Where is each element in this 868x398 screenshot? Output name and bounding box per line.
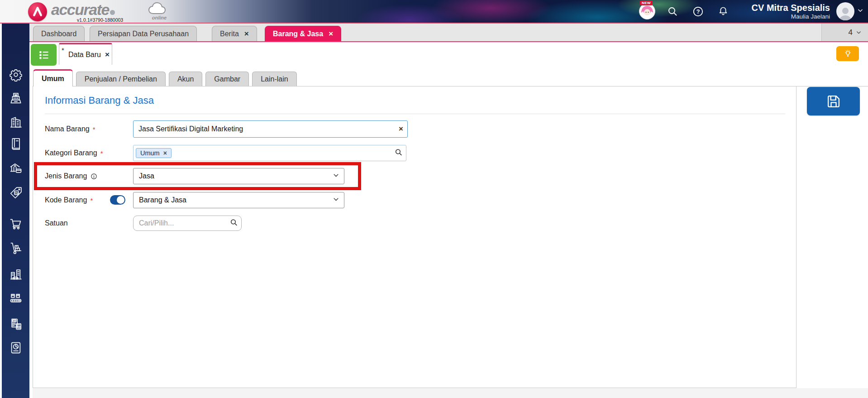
- jenis-barang-select[interactable]: Jasa: [133, 168, 344, 184]
- header-right-cluster: NEW ? CV Mitra Spe: [638, 0, 863, 23]
- chip-remove-icon[interactable]: ×: [163, 149, 167, 157]
- cash-register-icon[interactable]: [8, 91, 24, 106]
- kategori-chip: Umum ×: [136, 148, 172, 158]
- save-button[interactable]: [807, 87, 860, 115]
- search-icon[interactable]: [230, 219, 238, 228]
- nama-barang-field-wrap: ×: [133, 120, 408, 138]
- brand-name: accurate: [51, 1, 109, 19]
- new-badge: NEW: [640, 0, 653, 5]
- chevron-down-icon: [333, 196, 339, 205]
- sidebar: Rp TAX: [2, 24, 29, 398]
- nama-barang-input[interactable]: [133, 120, 408, 138]
- required-marker: *: [100, 149, 103, 157]
- kode-barang-toggle[interactable]: [110, 195, 125, 205]
- decorative-dot: [110, 10, 115, 15]
- required-marker: *: [93, 125, 95, 133]
- fixed-assets-icon[interactable]: [8, 267, 24, 282]
- company-building-icon[interactable]: [8, 115, 24, 130]
- search-icon[interactable]: [663, 2, 682, 20]
- kode-barang-select[interactable]: Barang & Jasa: [133, 192, 344, 208]
- kategori-barang-input[interactable]: Umum ×: [133, 145, 406, 161]
- jenis-barang-label: Jenis Barang: [45, 168, 133, 184]
- doc-tab-data-baru[interactable]: * Data Baru ×: [59, 43, 112, 65]
- clear-icon[interactable]: ×: [399, 125, 403, 134]
- app-window: accurate online v1.0.1#3790-1880003 NEW: [0, 0, 868, 398]
- tab-overflow-dropdown[interactable]: 4: [821, 24, 868, 41]
- user-avatar[interactable]: [836, 2, 854, 20]
- satuan-label: Satuan: [45, 216, 133, 231]
- required-marker: *: [90, 197, 93, 204]
- cloud-icon: online: [146, 2, 174, 23]
- account-menu-chevron-icon[interactable]: [857, 7, 863, 15]
- list-view-button[interactable]: [31, 44, 57, 66]
- close-icon[interactable]: ×: [329, 30, 333, 38]
- document-row: * Data Baru ×: [29, 42, 868, 69]
- list-icon: [38, 49, 50, 61]
- tab-persiapan-data-perusahaan[interactable]: Persiapan Data Perusahaan: [90, 26, 197, 41]
- tax-icon[interactable]: TAX: [8, 316, 24, 332]
- header: accurate online v1.0.1#3790-1880003 NEW: [0, 0, 868, 24]
- company-name: CV Mitra Spesialis: [744, 3, 830, 13]
- chevron-down-icon: [333, 172, 339, 181]
- svg-text:Rp: Rp: [15, 191, 19, 194]
- doc-tab-label: Data Baru: [68, 51, 101, 59]
- settings-icon[interactable]: [8, 67, 24, 82]
- purchase-cart-icon[interactable]: [8, 216, 24, 231]
- unsaved-marker: *: [62, 46, 64, 54]
- tab-dashboard[interactable]: Dashboard: [33, 26, 85, 41]
- price-tag-rp-icon[interactable]: Rp: [8, 185, 24, 201]
- tab-gambar[interactable]: Gambar: [205, 72, 249, 86]
- svg-text:online: online: [152, 15, 167, 20]
- kode-barang-field-wrap: Barang & Jasa: [133, 192, 344, 208]
- kategori-barang-field-wrap: Umum ×: [133, 145, 406, 161]
- account-info: CV Mitra Spesialis Maulia Jaelani: [744, 3, 830, 20]
- kategori-barang-label: Kategori Barang*: [45, 145, 133, 161]
- tab-penjualan-pembelian[interactable]: Penjualan / Pembelian: [76, 72, 166, 86]
- tips-button[interactable]: [836, 46, 859, 61]
- tab-akun[interactable]: Akun: [169, 72, 202, 86]
- satuan-field-wrap: [133, 216, 242, 231]
- bank-icon[interactable]: [8, 161, 24, 176]
- satuan-input[interactable]: [133, 216, 242, 231]
- reports-pie-icon[interactable]: [8, 340, 24, 355]
- tab-count: 4: [849, 28, 853, 37]
- info-icon[interactable]: [91, 173, 97, 180]
- content-area: Umum Penjualan / Pembelian Akun Gambar L…: [29, 69, 868, 398]
- notifications-bell-icon[interactable]: [714, 2, 732, 20]
- lightbulb-icon: [844, 49, 852, 58]
- title-divider: [45, 114, 785, 114]
- ledger-book-icon[interactable]: [8, 136, 24, 152]
- tab-berita[interactable]: Berita×: [212, 26, 257, 41]
- svg-text:?: ?: [696, 8, 700, 14]
- save-floppy-icon: [825, 93, 842, 110]
- manufacturing-conveyor-icon[interactable]: [8, 290, 24, 306]
- form-panel: Informasi Barang & Jasa Nama Barang* × K…: [33, 86, 796, 388]
- main-tabstrip: Dashboard Persiapan Data Perusahaan Beri…: [29, 24, 868, 42]
- close-icon[interactable]: ×: [244, 30, 249, 38]
- user-name: Maulia Jaelani: [744, 13, 830, 20]
- svg-text:TAX: TAX: [13, 320, 17, 322]
- search-icon[interactable]: [395, 149, 402, 158]
- nama-barang-label: Nama Barang*: [45, 120, 133, 138]
- app-version: v1.0.1#3790-1880003: [77, 17, 123, 23]
- inventory-dolly-icon[interactable]: [8, 240, 24, 256]
- accurate-logo-icon[interactable]: [28, 2, 47, 21]
- tab-barang-jasa[interactable]: Barang & Jasa×: [265, 26, 341, 41]
- chevron-down-icon: [856, 29, 862, 35]
- section-tabs: Umum Penjualan / Pembelian Akun Gambar L…: [33, 69, 297, 86]
- chibi-avatar: [639, 3, 655, 19]
- bottom-strip: [33, 388, 868, 398]
- page-title: Informasi Barang & Jasa: [45, 95, 154, 106]
- tab-lain-lain[interactable]: Lain-lain: [252, 72, 296, 86]
- close-icon[interactable]: ×: [105, 50, 110, 59]
- jenis-barang-field-wrap: Jasa: [133, 168, 344, 184]
- help-icon[interactable]: ?: [689, 2, 707, 20]
- tab-umum[interactable]: Umum: [33, 69, 73, 86]
- assistant-avatar-icon[interactable]: NEW: [638, 2, 656, 20]
